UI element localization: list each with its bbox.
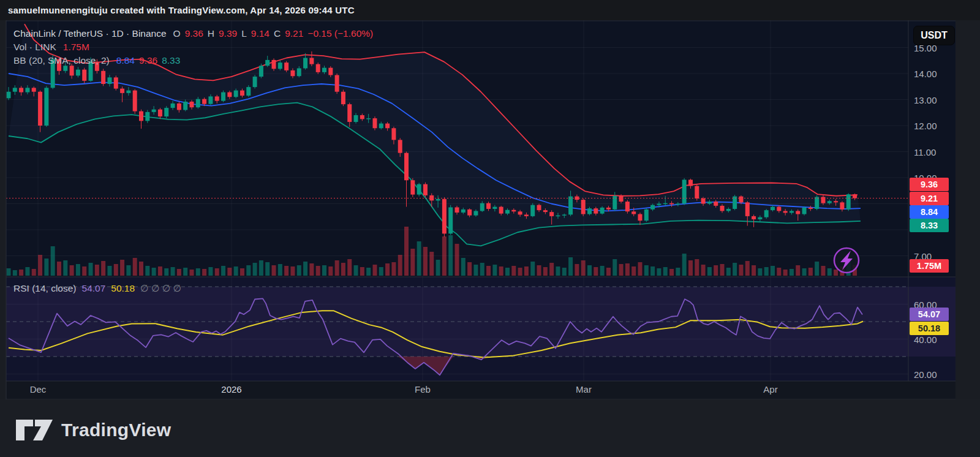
candle bbox=[827, 201, 832, 203]
volume-bar bbox=[657, 268, 661, 276]
time-label[interactable]: Dec bbox=[30, 384, 47, 395]
candle bbox=[354, 115, 358, 122]
volume-bar bbox=[82, 266, 86, 276]
volume-bar bbox=[455, 244, 459, 276]
candle bbox=[581, 200, 586, 214]
candle bbox=[612, 196, 617, 210]
volume-bar bbox=[316, 266, 320, 276]
currency-usdt-button[interactable]: USDT bbox=[913, 26, 955, 45]
volume-bar bbox=[606, 268, 611, 276]
candle bbox=[442, 199, 447, 234]
volume-bar bbox=[398, 255, 402, 276]
candle bbox=[790, 211, 794, 213]
candle bbox=[183, 102, 187, 110]
price-tag: 1.75M bbox=[910, 259, 949, 273]
legend-token: 50.18 bbox=[111, 283, 135, 293]
rsi-legend-row[interactable]: RSI (14, close)54.0750.18∅ ∅ ∅ ∅ bbox=[13, 282, 187, 295]
candle bbox=[594, 208, 598, 214]
candle bbox=[341, 92, 345, 104]
rsi-tag: 54.07 bbox=[910, 308, 949, 321]
candle bbox=[606, 208, 611, 210]
volume-bar bbox=[25, 267, 29, 276]
candle bbox=[783, 211, 788, 213]
volume-bar bbox=[385, 263, 390, 276]
volume-bar bbox=[442, 236, 447, 276]
volume-bar bbox=[625, 263, 630, 276]
legend-token: Vol · LINK bbox=[13, 42, 56, 52]
legend-token: 9.36 bbox=[185, 28, 203, 39]
rsi-tag: 50.18 bbox=[910, 322, 949, 335]
volume-bar bbox=[650, 266, 655, 276]
candle bbox=[82, 70, 86, 81]
candle bbox=[423, 184, 428, 195]
time-label[interactable]: Apr bbox=[763, 384, 777, 395]
volume-bar bbox=[594, 267, 598, 276]
volume-bar bbox=[448, 235, 453, 276]
candle bbox=[657, 204, 661, 205]
price-tick-label: 14.00 bbox=[914, 69, 937, 79]
volume-bar bbox=[600, 266, 605, 276]
candle bbox=[126, 91, 130, 93]
candle bbox=[455, 207, 459, 213]
time-label[interactable]: 2026 bbox=[221, 384, 241, 395]
candle bbox=[196, 99, 200, 108]
candle bbox=[834, 201, 838, 202]
candle bbox=[543, 210, 548, 212]
candle bbox=[802, 208, 807, 214]
tradingview-screenshot: { "topbar": { "text": "samuelmunenengitu… bbox=[0, 0, 980, 457]
candle bbox=[107, 77, 111, 84]
tradingview-logo[interactable]: TradingView bbox=[15, 418, 171, 442]
volume-legend-row[interactable]: Vol · LINK1.75M bbox=[13, 40, 377, 54]
volume-bar bbox=[701, 265, 706, 276]
candle bbox=[745, 202, 750, 216]
candle bbox=[145, 112, 149, 121]
candle bbox=[101, 71, 105, 84]
legend-token: 9.14 bbox=[251, 28, 270, 39]
legend-token: H bbox=[208, 28, 214, 39]
time-label[interactable]: Feb bbox=[415, 384, 431, 395]
volume-bar bbox=[171, 267, 175, 276]
candle bbox=[25, 88, 29, 92]
chart-canvas[interactable] bbox=[0, 0, 980, 457]
volume-bar bbox=[303, 262, 307, 276]
candle bbox=[448, 207, 453, 233]
candle bbox=[644, 210, 649, 221]
price-tick-label: 13.00 bbox=[914, 94, 937, 105]
volume-bar bbox=[328, 266, 333, 276]
candle bbox=[638, 214, 643, 221]
candle bbox=[13, 88, 17, 91]
volume-bar bbox=[290, 266, 295, 276]
volume-bar bbox=[739, 265, 743, 276]
candle bbox=[410, 180, 415, 194]
volume-bar bbox=[32, 269, 36, 276]
candle bbox=[796, 211, 800, 214]
volume-bar bbox=[158, 266, 162, 276]
volume-bar bbox=[120, 260, 124, 276]
volume-bar bbox=[404, 227, 409, 276]
candle bbox=[720, 206, 725, 211]
candle bbox=[682, 179, 687, 203]
candle bbox=[429, 195, 434, 201]
candle bbox=[253, 77, 257, 87]
bollinger-legend-row[interactable]: BB (20, SMA, close, 2)8.849.368.33 bbox=[13, 54, 377, 67]
candle bbox=[846, 194, 851, 210]
volume-bar bbox=[227, 268, 232, 276]
volume-bar bbox=[587, 265, 592, 276]
candle bbox=[19, 88, 23, 92]
volume-bar bbox=[133, 258, 137, 276]
volume-bar bbox=[145, 266, 149, 276]
volume-bar bbox=[7, 268, 11, 276]
lightning-boost-icon[interactable] bbox=[834, 248, 859, 273]
candle bbox=[473, 211, 478, 215]
volume-bar bbox=[177, 269, 181, 276]
candle bbox=[676, 204, 680, 205]
volume-bar bbox=[815, 262, 819, 276]
legend-token: 1.75M bbox=[63, 42, 89, 52]
symbol-legend-row[interactable]: ChainLink / TetherUS · 1D · BinanceO9.36… bbox=[13, 27, 377, 40]
price-tick-label: 12.00 bbox=[914, 121, 937, 131]
volume-bar bbox=[480, 263, 484, 276]
time-label[interactable]: Mar bbox=[576, 384, 592, 395]
volume-bar bbox=[246, 265, 251, 276]
volume-bar bbox=[537, 265, 541, 276]
candle bbox=[840, 202, 844, 209]
